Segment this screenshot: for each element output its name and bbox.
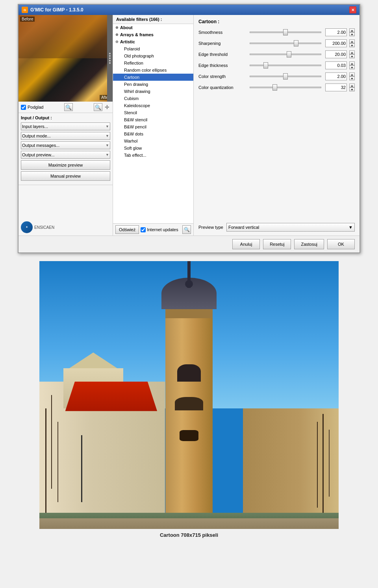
color-quantization-value: 32 bbox=[325, 83, 347, 91]
gmic-window: G G'MIC for GIMP - 1.3.5.0 ✕ Before Afte… bbox=[18, 4, 360, 253]
tower-body bbox=[165, 309, 213, 529]
internet-updates-checkbox[interactable] bbox=[141, 227, 146, 232]
smoothness-up[interactable]: ▲ bbox=[349, 28, 355, 32]
filter-item-bw-stencil[interactable]: B&W stencil bbox=[113, 116, 193, 123]
smoothness-row: Smoothness 2.00 ▲ ▼ bbox=[198, 28, 355, 36]
edge-thickness-up[interactable]: ▲ bbox=[349, 61, 355, 65]
filter-list-wrapper: ⊕ About ⊕ Arrays & frames ⊖ bbox=[113, 24, 193, 223]
building-right-main bbox=[243, 408, 339, 529]
smoothness-spinner[interactable]: ▲ ▼ bbox=[349, 28, 355, 36]
output-preview-dropdown[interactable]: Output preview... ▼ bbox=[21, 151, 110, 159]
filter-item-old-photograph[interactable]: Old photograph bbox=[113, 52, 193, 59]
preview-image bbox=[19, 15, 113, 102]
color-quantization-up[interactable]: ▲ bbox=[349, 83, 355, 87]
filter-category-about[interactable]: ⊕ About bbox=[113, 24, 193, 31]
bottom-buttons: Anuluj Resetuj Zastosuj OK bbox=[19, 236, 359, 252]
before-label: Before bbox=[20, 17, 35, 22]
left-panel: Before After Podglad 🔍 🔍 ✛ bbox=[19, 15, 113, 236]
color-strength-slider[interactable] bbox=[250, 76, 321, 77]
sharpening-up[interactable]: ▲ bbox=[349, 39, 355, 43]
output-mode-dropdown[interactable]: Output mode... ▼ bbox=[21, 132, 110, 140]
zoom-in-button[interactable]: 🔍 bbox=[94, 103, 102, 111]
town-image-container: Cartoon 708x715 pikseli bbox=[39, 261, 339, 538]
smoothness-slider[interactable] bbox=[250, 32, 321, 33]
color-strength-spinner[interactable]: ▲ ▼ bbox=[349, 72, 355, 80]
filter-item-bw-dots[interactable]: B&W dots bbox=[113, 130, 193, 137]
filter-item-bw-pencil[interactable]: B&W pencil bbox=[113, 123, 193, 130]
filter-item-tab-effect[interactable]: Tab effect... bbox=[113, 152, 193, 159]
io-section: Input / Output : Input layers... ▼ Outpu… bbox=[19, 113, 113, 185]
filter-item-polaroid[interactable]: Polaroid bbox=[113, 45, 193, 52]
filter-item-cartoon[interactable]: Cartoon bbox=[113, 74, 193, 81]
sharpening-label: Sharpening bbox=[198, 41, 246, 46]
podglad-checkbox[interactable] bbox=[21, 105, 26, 110]
edge-thickness-spinner[interactable]: ▲ ▼ bbox=[349, 61, 355, 69]
color-quantization-down[interactable]: ▼ bbox=[349, 87, 355, 91]
filter-item-whirl-drawing[interactable]: Whirl drawing bbox=[113, 88, 193, 95]
filter-category-arrays[interactable]: ⊕ Arrays & frames bbox=[113, 31, 193, 38]
lamp-post-left bbox=[81, 435, 82, 502]
preview-splitter[interactable] bbox=[107, 15, 113, 102]
filter-item-kaleidoscope[interactable]: Kaleidoscope bbox=[113, 102, 193, 109]
edge-thickness-row: Edge thickness 0.03 ▲ ▼ bbox=[198, 61, 355, 69]
filter-item-cubism[interactable]: Cubism bbox=[113, 95, 193, 102]
ok-button[interactable]: OK bbox=[327, 239, 355, 249]
preview-type-value: Forward vertical bbox=[228, 225, 259, 230]
output-messages-dropdown[interactable]: Output messages... ▼ bbox=[21, 141, 110, 149]
apply-button[interactable]: Zastosuj bbox=[294, 239, 324, 249]
podglad-checkbox-label[interactable]: Podglad bbox=[21, 105, 43, 110]
sharpening-slider[interactable] bbox=[250, 43, 321, 44]
input-layers-row: Input layers... ▼ bbox=[21, 122, 110, 130]
edge-threshold-down[interactable]: ▼ bbox=[349, 54, 355, 58]
red-roof bbox=[63, 382, 159, 411]
color-strength-down[interactable]: ▼ bbox=[349, 76, 355, 80]
edge-threshold-spinner[interactable]: ▲ ▼ bbox=[349, 50, 355, 58]
filter-item-stencil[interactable]: Stencil bbox=[113, 109, 193, 116]
preview-type-arrow: ▼ bbox=[348, 225, 353, 230]
filter-artistic-label: Artistic bbox=[120, 39, 135, 44]
color-quantization-label: Color quantization bbox=[198, 85, 246, 90]
filter-item-reflection[interactable]: Reflection bbox=[113, 59, 193, 67]
filter-arrays-label: Arrays & frames bbox=[120, 32, 154, 37]
color-strength-up[interactable]: ▲ bbox=[349, 72, 355, 76]
filter-category-artistic[interactable]: ⊖ Artistic bbox=[113, 38, 193, 45]
spire-ball bbox=[185, 280, 193, 288]
output-messages-value: Output messages... bbox=[22, 143, 59, 148]
reset-button[interactable]: Resetuj bbox=[263, 239, 291, 249]
refresh-button[interactable]: Odśwież bbox=[115, 225, 139, 234]
color-quantization-spinner[interactable]: ▲ ▼ bbox=[349, 83, 355, 91]
sharpening-down[interactable]: ▼ bbox=[349, 43, 355, 47]
edge-threshold-up[interactable]: ▲ bbox=[349, 50, 355, 54]
internet-updates-label[interactable]: Internet updates bbox=[141, 227, 178, 232]
expand-icon-about: ⊕ bbox=[115, 26, 119, 30]
sharpening-spinner[interactable]: ▲ ▼ bbox=[349, 39, 355, 47]
manual-preview-button[interactable]: Manual preview bbox=[21, 171, 110, 181]
cancel-button[interactable]: Anuluj bbox=[232, 239, 260, 249]
filter-item-warhol[interactable]: Warhol bbox=[113, 137, 193, 145]
filter-item-random-color-ellipses[interactable]: Random color ellipses bbox=[113, 67, 193, 74]
zoom-out-button[interactable]: 🔍 bbox=[64, 103, 73, 111]
tree-trunk-left1 bbox=[45, 408, 46, 516]
filter-about-label: About bbox=[120, 25, 133, 30]
color-quantization-slider[interactable] bbox=[250, 87, 321, 88]
filter-item-soft-glow[interactable]: Soft glow bbox=[113, 145, 193, 152]
output-messages-row: Output messages... ▼ bbox=[21, 141, 110, 149]
edge-thickness-slider[interactable] bbox=[250, 65, 321, 66]
search-button[interactable]: 🔍 bbox=[182, 225, 191, 234]
edge-threshold-slider[interactable] bbox=[250, 54, 321, 55]
preview-type-dropdown[interactable]: Forward vertical ▼ bbox=[226, 223, 355, 232]
smoothness-label: Smoothness bbox=[198, 30, 246, 35]
preview-area: Before After bbox=[19, 15, 113, 102]
maximize-preview-button[interactable]: Maximize preview bbox=[21, 160, 110, 170]
output-preview-row: Output preview... ▼ bbox=[21, 151, 110, 159]
input-layers-value: Input layers... bbox=[22, 124, 48, 129]
town-image bbox=[39, 261, 339, 529]
filter-panel-body: ⊕ About ⊕ Arrays & frames ⊖ bbox=[113, 24, 193, 236]
smoothness-down[interactable]: ▼ bbox=[349, 32, 355, 36]
close-button[interactable]: ✕ bbox=[349, 6, 356, 13]
preview-type-label: Preview type bbox=[198, 225, 223, 230]
logo-text: ENSICAEN bbox=[34, 225, 54, 230]
input-layers-dropdown[interactable]: Input layers... ▼ bbox=[21, 122, 110, 130]
filter-item-pen-drawing[interactable]: Pen drawing bbox=[113, 81, 193, 88]
edge-thickness-down[interactable]: ▼ bbox=[349, 65, 355, 69]
